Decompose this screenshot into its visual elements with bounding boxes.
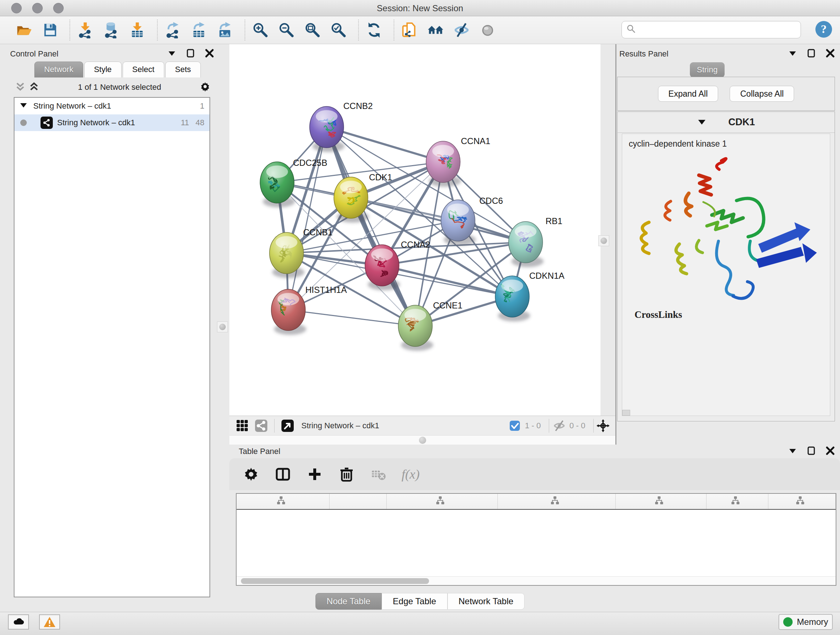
level-of-detail-icon[interactable] bbox=[479, 21, 496, 39]
table-panel-maximize-button[interactable] bbox=[807, 446, 816, 457]
results-panel-float-button[interactable] bbox=[788, 49, 797, 59]
expand-all-icon[interactable] bbox=[28, 81, 39, 93]
network-options-gear-icon[interactable] bbox=[200, 81, 210, 93]
cloud-status-button[interactable] bbox=[8, 614, 29, 630]
network-collection-row[interactable]: String Network – cdk1 1 bbox=[14, 98, 210, 114]
duplicate-network-icon[interactable] bbox=[401, 21, 418, 39]
zoom-fit-icon[interactable] bbox=[304, 21, 321, 39]
network-node-ccna2[interactable] bbox=[365, 245, 400, 290]
fit-content-crosshair-icon[interactable] bbox=[596, 418, 610, 433]
table-cell[interactable] bbox=[237, 510, 330, 525]
delete-table-icon[interactable] bbox=[370, 466, 387, 483]
section-collapse-triangle-icon[interactable] bbox=[697, 117, 706, 128]
network-edge[interactable] bbox=[288, 310, 415, 326]
zoom-selected-icon[interactable] bbox=[330, 21, 347, 39]
selected-checkbox-icon[interactable] bbox=[508, 418, 522, 433]
table-cell[interactable] bbox=[616, 510, 706, 525]
results-scroll-nub[interactable] bbox=[622, 410, 630, 416]
tab-network-table[interactable]: Network Table bbox=[447, 593, 525, 610]
network-row[interactable]: String Network – cdk1 11 48 bbox=[14, 114, 210, 131]
expand-all-button[interactable]: Expand All bbox=[658, 86, 718, 102]
tab-node-table[interactable]: Node Table bbox=[316, 593, 382, 610]
refresh-icon[interactable] bbox=[365, 21, 383, 39]
network-edge[interactable] bbox=[288, 127, 327, 310]
collapse-triangle-icon[interactable] bbox=[19, 101, 27, 111]
network-node-ccne1[interactable] bbox=[398, 305, 433, 351]
tab-sets[interactable]: Sets bbox=[165, 62, 201, 78]
hidden-eye-slash-icon[interactable] bbox=[552, 418, 567, 433]
results-panel-maximize-button[interactable] bbox=[807, 49, 816, 59]
network-node-cdkn1a[interactable] bbox=[495, 276, 531, 321]
column-header--id[interactable] bbox=[706, 494, 768, 509]
table-settings-gear-icon[interactable] bbox=[242, 466, 260, 483]
export-image-icon[interactable] bbox=[216, 21, 234, 39]
network-node-ccna1[interactable] bbox=[426, 141, 461, 187]
collapse-all-button[interactable]: Collapse All bbox=[729, 86, 794, 102]
export-table-icon[interactable] bbox=[190, 21, 208, 39]
network-node-cdk1[interactable] bbox=[334, 177, 369, 223]
network-edge[interactable] bbox=[327, 127, 415, 326]
control-panel-maximize-button[interactable] bbox=[186, 49, 195, 59]
table-panel-float-button[interactable] bbox=[788, 446, 797, 457]
import-table-icon[interactable] bbox=[129, 21, 146, 39]
column-header-shared-name[interactable] bbox=[237, 494, 330, 509]
column-header-namespace[interactable] bbox=[768, 494, 836, 509]
table-cell[interactable] bbox=[498, 510, 616, 525]
table-cell[interactable] bbox=[768, 510, 836, 525]
column-header-description[interactable] bbox=[616, 494, 706, 509]
network-node-ccnb1[interactable] bbox=[270, 233, 305, 278]
help-button[interactable]: ? bbox=[815, 20, 833, 38]
node-section-header[interactable]: CDK1 bbox=[617, 112, 835, 133]
network-graph[interactable]: CCNB2CCNA1CDC25BCDK1CDC6RB1CCNB1CCNA2CDK… bbox=[229, 44, 600, 416]
warnings-button[interactable] bbox=[39, 614, 60, 630]
zoom-out-icon[interactable] bbox=[278, 21, 295, 39]
network-node-cdc6[interactable] bbox=[441, 200, 476, 245]
results-panel-splitter[interactable] bbox=[615, 44, 616, 445]
left-splitter-handle[interactable] bbox=[217, 321, 228, 333]
tab-network[interactable]: Network bbox=[34, 62, 83, 78]
column-header-database-identifier[interactable] bbox=[498, 494, 616, 509]
tab-style[interactable]: Style bbox=[84, 62, 122, 78]
table-row[interactable] bbox=[237, 510, 836, 525]
open-in-new-window-icon[interactable] bbox=[280, 418, 295, 433]
zoom-in-icon[interactable] bbox=[252, 21, 269, 39]
network-node-hist1h1a[interactable] bbox=[271, 289, 306, 335]
search-input[interactable] bbox=[636, 25, 801, 35]
search-field[interactable] bbox=[622, 21, 801, 38]
export-network-icon[interactable] bbox=[164, 21, 182, 39]
table-horizontal-scrollbar[interactable] bbox=[237, 576, 836, 585]
results-panel-close-button[interactable] bbox=[826, 49, 835, 59]
network-node-cdc25b[interactable] bbox=[260, 162, 295, 207]
control-panel-close-button[interactable] bbox=[205, 49, 214, 59]
function-builder-icon[interactable]: f(x) bbox=[401, 467, 420, 482]
graphics-details-icon[interactable] bbox=[453, 21, 470, 39]
table-cell[interactable] bbox=[706, 510, 768, 525]
add-column-icon[interactable] bbox=[306, 466, 324, 483]
tab-string[interactable]: String bbox=[690, 62, 725, 78]
table-cell[interactable] bbox=[387, 510, 498, 525]
import-network-database-icon[interactable] bbox=[103, 21, 120, 39]
column-header-canonical-name[interactable] bbox=[387, 494, 498, 509]
scrollbar-thumb[interactable] bbox=[241, 578, 429, 584]
table-cell[interactable] bbox=[330, 510, 387, 525]
table-panel-splitter[interactable] bbox=[229, 435, 615, 445]
control-panel-float-button[interactable] bbox=[167, 49, 177, 59]
network-node-rb1[interactable] bbox=[508, 222, 544, 267]
tab-edge-table[interactable]: Edge Table bbox=[382, 593, 447, 610]
tab-select[interactable]: Select bbox=[123, 62, 164, 78]
open-session-icon[interactable] bbox=[15, 21, 33, 39]
network-share-icon[interactable] bbox=[254, 418, 268, 433]
network-edge[interactable] bbox=[327, 127, 443, 162]
birds-eye-grid-icon[interactable] bbox=[235, 418, 249, 433]
collapse-all-icon[interactable] bbox=[15, 81, 26, 93]
network-node-ccnb2[interactable] bbox=[309, 106, 345, 152]
show-columns-icon[interactable] bbox=[274, 466, 292, 483]
right-splitter-handle[interactable] bbox=[598, 235, 609, 246]
first-neighbors-icon[interactable] bbox=[427, 21, 444, 39]
network-canvas[interactable]: CCNB2CCNA1CDC25BCDK1CDC6RB1CCNB1CCNA2CDK… bbox=[229, 44, 600, 416]
column-header-name[interactable] bbox=[330, 494, 387, 509]
save-session-icon[interactable] bbox=[41, 21, 58, 39]
memory-button[interactable]: Memory bbox=[778, 614, 833, 630]
table-panel-close-button[interactable] bbox=[826, 446, 835, 457]
delete-column-trash-icon[interactable] bbox=[338, 466, 355, 483]
